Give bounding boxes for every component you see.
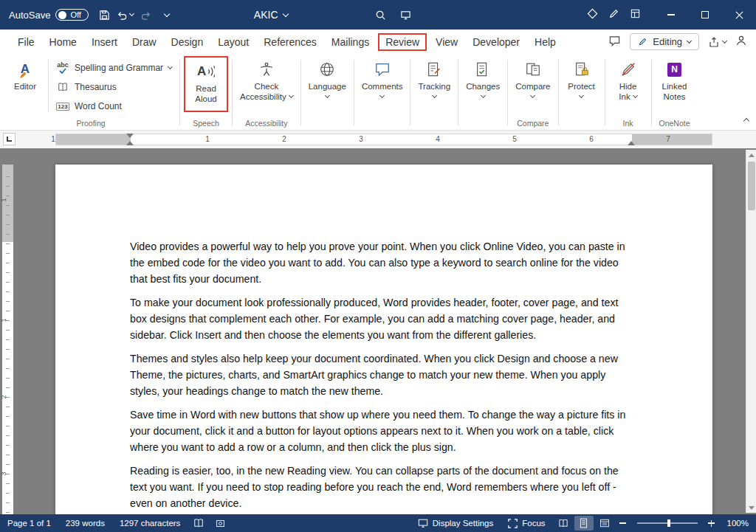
- present-icon[interactable]: [396, 4, 416, 26]
- zoom-level[interactable]: 100%: [721, 519, 750, 528]
- sparkle-diamond-icon[interactable]: [587, 8, 598, 21]
- word-count-indicator[interactable]: 239 words: [59, 519, 111, 528]
- tab-help[interactable]: Help: [527, 32, 563, 52]
- zoom-out-button[interactable]: [616, 516, 630, 531]
- divider: [179, 60, 180, 125]
- ribbon-layout-options-icon[interactable]: [630, 8, 641, 21]
- spelling-grammar-button[interactable]: abc Spelling and Grammar: [51, 58, 177, 77]
- paragraph[interactable]: Save time in Word with new buttons that …: [130, 407, 635, 455]
- read-mode-button[interactable]: [554, 516, 573, 531]
- autosave-toggle[interactable]: AutoSave Off: [9, 9, 89, 21]
- linked-notes-button[interactable]: N Linked Notes: [654, 55, 695, 117]
- print-layout-button[interactable]: [574, 516, 594, 531]
- document-text[interactable]: Video provides a powerful way to help yo…: [130, 238, 635, 514]
- title-dropdown-icon: [282, 10, 288, 16]
- tab-file[interactable]: File: [10, 32, 42, 52]
- thesaurus-icon: [56, 82, 69, 92]
- vertical-ruler[interactable]: [2, 148, 13, 514]
- language-icon: [319, 59, 335, 80]
- tab-draw[interactable]: Draw: [125, 32, 164, 52]
- editor-button[interactable]: A Editor: [4, 55, 46, 117]
- paragraph[interactable]: Reading is easier, too, in the new Readi…: [130, 463, 635, 511]
- changes-icon: [475, 59, 491, 80]
- vruler-number: 1: [0, 318, 7, 322]
- comments-icon[interactable]: [608, 35, 621, 49]
- changes-button[interactable]: Changes: [461, 55, 505, 117]
- save-icon[interactable]: [94, 4, 115, 26]
- proofing-status-icon[interactable]: [188, 518, 209, 528]
- scroll-up-icon[interactable]: [746, 150, 756, 160]
- character-count-indicator[interactable]: 1297 characters: [113, 519, 187, 528]
- document-page[interactable]: Video provides a powerful way to help yo…: [55, 165, 712, 514]
- display-settings-icon: [418, 518, 428, 528]
- editing-mode-button[interactable]: Editing: [630, 33, 699, 50]
- compare-button[interactable]: Compare: [510, 55, 555, 117]
- divider: [651, 60, 652, 125]
- vertical-scrollbar[interactable]: [746, 150, 756, 513]
- group-label-protect: [561, 117, 602, 130]
- divider: [605, 60, 605, 125]
- vruler-number: 2: [0, 395, 7, 398]
- minimize-button[interactable]: [654, 0, 688, 30]
- share-button[interactable]: [708, 36, 726, 48]
- paragraph[interactable]: To make your document look professionall…: [130, 294, 635, 343]
- search-icon[interactable]: [371, 4, 391, 26]
- display-settings-button[interactable]: Display Settings: [411, 518, 500, 528]
- tab-design[interactable]: Design: [164, 32, 211, 52]
- group-label-language: [303, 117, 351, 130]
- scrollbar-thumb[interactable]: [748, 162, 755, 210]
- zoom-in-button[interactable]: [704, 516, 719, 531]
- close-button[interactable]: [722, 0, 756, 30]
- hide-ink-button[interactable]: Hide Ink: [608, 55, 649, 117]
- tab-stop-selector[interactable]: [3, 133, 16, 145]
- focus-button[interactable]: Focus: [501, 519, 551, 528]
- paragraph[interactable]: Video provides a powerful way to help yo…: [130, 238, 635, 287]
- compare-icon: [525, 59, 541, 80]
- horizontal-ruler[interactable]: [55, 134, 712, 145]
- language-button[interactable]: Language: [303, 55, 351, 117]
- zoom-slider-thumb[interactable]: [667, 519, 670, 527]
- protect-button[interactable]: Protect: [561, 55, 602, 117]
- people-icon[interactable]: [735, 35, 747, 49]
- customize-qat-icon[interactable]: [157, 4, 177, 26]
- tab-mailings[interactable]: Mailings: [324, 32, 377, 52]
- tab-developer[interactable]: Developer: [465, 32, 527, 52]
- tracking-button[interactable]: Tracking: [413, 55, 456, 117]
- thesaurus-button[interactable]: Thesaurus: [51, 77, 177, 97]
- draw-pen-icon[interactable]: [608, 8, 619, 21]
- tab-review[interactable]: Review: [378, 33, 427, 51]
- maximize-button[interactable]: [688, 0, 722, 30]
- group-label-ink: Ink: [608, 117, 649, 130]
- macro-record-icon[interactable]: [210, 519, 230, 528]
- zoom-slider[interactable]: [637, 522, 698, 524]
- tab-home[interactable]: Home: [42, 32, 84, 52]
- hanging-indent-marker[interactable]: [126, 141, 134, 145]
- collapse-ribbon-icon[interactable]: [744, 113, 749, 126]
- tab-view[interactable]: View: [428, 32, 465, 52]
- tab-layout[interactable]: Layout: [210, 32, 256, 52]
- page-indicator[interactable]: Page 1 of 1: [6, 519, 58, 528]
- first-line-indent-marker[interactable]: [126, 134, 134, 138]
- web-layout-button[interactable]: [595, 516, 614, 531]
- document-title[interactable]: AKIC: [254, 9, 288, 21]
- redo-icon[interactable]: [136, 4, 157, 26]
- scroll-down-icon[interactable]: [746, 502, 756, 513]
- paragraph[interactable]: Themes and styles also help keep your do…: [130, 350, 635, 399]
- group-label-compare: Compare: [510, 117, 555, 130]
- divider: [48, 60, 49, 112]
- tab-insert[interactable]: Insert: [84, 32, 125, 52]
- check-accessibility-button[interactable]: Check Accessibility: [235, 55, 298, 117]
- right-indent-marker[interactable]: [628, 141, 635, 145]
- group-compare: Compare Compare: [510, 55, 555, 130]
- group-label-accessibility: Accessibility: [235, 117, 298, 130]
- comments-button[interactable]: Comments: [357, 55, 408, 117]
- undo-icon[interactable]: [115, 4, 136, 26]
- tab-references[interactable]: References: [256, 32, 324, 52]
- thesaurus-label: Thesaurus: [75, 82, 117, 92]
- spelling-label: Spelling and Grammar: [75, 63, 163, 73]
- read-aloud-button[interactable]: A Read Aloud: [185, 58, 227, 111]
- autosave-pill[interactable]: Off: [55, 9, 88, 21]
- word-window: AutoSave Off AKIC: [0, 0, 756, 532]
- word-count-button[interactable]: 123 Word Count: [51, 97, 177, 116]
- tracking-icon: [426, 59, 442, 80]
